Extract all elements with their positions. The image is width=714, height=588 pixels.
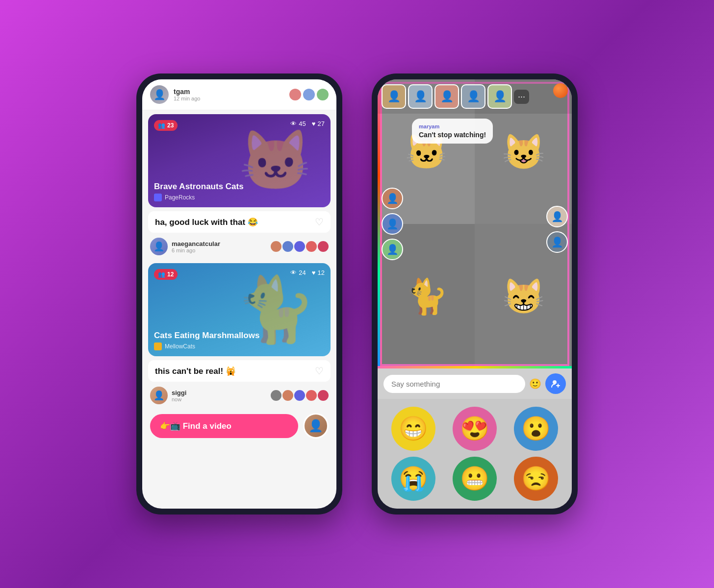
participant-1: 👤 [382, 84, 406, 109]
user-row-1: 👤 maegancatcular 6 min ago [142, 235, 336, 259]
card-title-1: Brave Astronauts Cats [154, 182, 325, 192]
comment-text-2: this can't be real! 🙀 [155, 366, 236, 376]
emoji-grimace[interactable]: 😬 [453, 457, 497, 501]
orange-ball [553, 83, 568, 98]
user-info-1: maegancatcular 6 min ago [172, 240, 271, 253]
top-bar-avatar: 👤 [150, 85, 169, 104]
comment-bubble: maryam Can't stop watching! [412, 119, 493, 144]
card-overlay-2: Cats Eating Marshmallows MellowCats [148, 263, 331, 356]
left-phone: 👤 tgam 12 min ago 🐱 👥 23 👁 45 [136, 74, 342, 514]
top-bar-username: tgam [174, 88, 289, 96]
ua-2 [282, 241, 293, 252]
top-bar-time: 12 min ago [174, 96, 289, 101]
user-info-2: siggi now [172, 389, 271, 402]
mini-avatar-2 [303, 89, 315, 100]
mini-avatar-1 [289, 89, 301, 100]
comment-row-2: this can't be real! 🙀 ♡ [148, 360, 331, 382]
chat-input-row: 🙂 [378, 368, 572, 399]
source-icon-2 [154, 343, 162, 350]
ua-9 [306, 390, 317, 401]
user-avatars-2 [271, 390, 329, 401]
comment-row-1: ha, good luck with that 😂 ♡ [148, 211, 331, 233]
top-bar-info: tgam 12 min ago [174, 88, 289, 101]
bubble-username: maryam [419, 123, 486, 129]
source-icon-1 [154, 194, 162, 201]
user-avatars-1 [271, 241, 329, 252]
card-overlay-1: Brave Astronauts Cats PageRocks [148, 114, 331, 207]
video-card-2[interactable]: 🐈 👥 12 👁 24 ♥ 12 Cats Eating Marshmallow… [148, 263, 331, 356]
add-friend-button[interactable] [545, 373, 566, 394]
card-source-2: MellowCats [154, 343, 325, 350]
username-1: maegancatcular [172, 240, 271, 247]
live-video-area: 🐱 😺 🐈 😸 👤 👤 👤 👤 👤 ··· [378, 79, 572, 368]
add-person-icon [551, 379, 561, 389]
username-2: siggi [172, 389, 271, 396]
bottom-color-strip [378, 366, 572, 368]
participant-5: 👤 [487, 84, 512, 109]
side-avatar-r1: 👤 [546, 206, 568, 227]
user-time-2: now [172, 396, 271, 402]
participants-strip: 👤 👤 👤 👤 👤 ··· [378, 79, 572, 114]
emoji-heart-eyes[interactable]: 😍 [453, 407, 497, 451]
side-avatar-l1: 👤 [382, 188, 403, 209]
ua-1 [271, 241, 281, 252]
ua-8 [294, 390, 305, 401]
card-source-1: PageRocks [154, 194, 325, 201]
side-avatar-r2: 👤 [546, 231, 568, 253]
video-card-1[interactable]: 🐱 👥 23 👁 45 ♥ 27 Brave Astronauts Cats [148, 114, 331, 207]
like-heart-2[interactable]: ♡ [315, 365, 324, 377]
left-screen: 👤 tgam 12 min ago 🐱 👥 23 👁 45 [142, 79, 336, 509]
more-dots: ··· [514, 90, 529, 104]
emoji-surprised[interactable]: 😮 [514, 407, 558, 451]
bubble-text: Can't stop watching! [419, 131, 486, 139]
left-color-strip [378, 79, 380, 368]
find-video-avatar: 👤 [303, 413, 329, 439]
emoji-button[interactable]: 🙂 [529, 378, 541, 390]
top-bar: 👤 tgam 12 min ago [142, 79, 336, 110]
participant-4: 👤 [461, 84, 485, 109]
emoji-picker: 😁 😍 😮 😭 😬 😒 [378, 399, 572, 509]
emoji-unamused[interactable]: 😒 [514, 457, 558, 501]
user-time-1: 6 min ago [172, 247, 271, 253]
ua-5 [318, 241, 329, 252]
participant-2: 👤 [408, 84, 433, 109]
side-avatar-l3: 👤 [382, 239, 403, 260]
side-avatars-right: 👤 👤 [546, 206, 568, 253]
participant-3: 👤 [434, 84, 459, 109]
emoji-crying[interactable]: 😭 [391, 457, 435, 501]
right-screen: 🐱 😺 🐈 😸 👤 👤 👤 👤 👤 ··· [378, 79, 572, 509]
ua-4 [306, 241, 317, 252]
emoji-laugh[interactable]: 😁 [391, 407, 435, 451]
mini-avatar-3 [317, 89, 329, 100]
top-bar-icons [289, 89, 329, 100]
right-phone: 🐱 😺 🐈 😸 👤 👤 👤 👤 👤 ··· [372, 74, 578, 514]
ua-3 [294, 241, 305, 252]
user-row-2: 👤 siggi now [142, 384, 336, 408]
ua-6 [271, 390, 281, 401]
chat-input[interactable] [383, 375, 525, 393]
side-avatar-l2: 👤 [382, 213, 403, 235]
comment-text-1: ha, good luck with that 😂 [155, 217, 258, 227]
find-video-button[interactable]: 👉📺 Find a video [150, 414, 298, 438]
card-title-2: Cats Eating Marshmallows [154, 331, 325, 341]
ua-7 [282, 390, 293, 401]
like-heart-1[interactable]: ♡ [315, 216, 324, 228]
user-avatar-1: 👤 [150, 238, 168, 255]
ua-10 [318, 390, 329, 401]
side-avatars-left: 👤 👤 👤 [382, 188, 403, 260]
find-video-row: 👉📺 Find a video 👤 [142, 408, 336, 443]
svg-point-0 [553, 380, 557, 384]
user-avatar-2: 👤 [150, 387, 168, 404]
